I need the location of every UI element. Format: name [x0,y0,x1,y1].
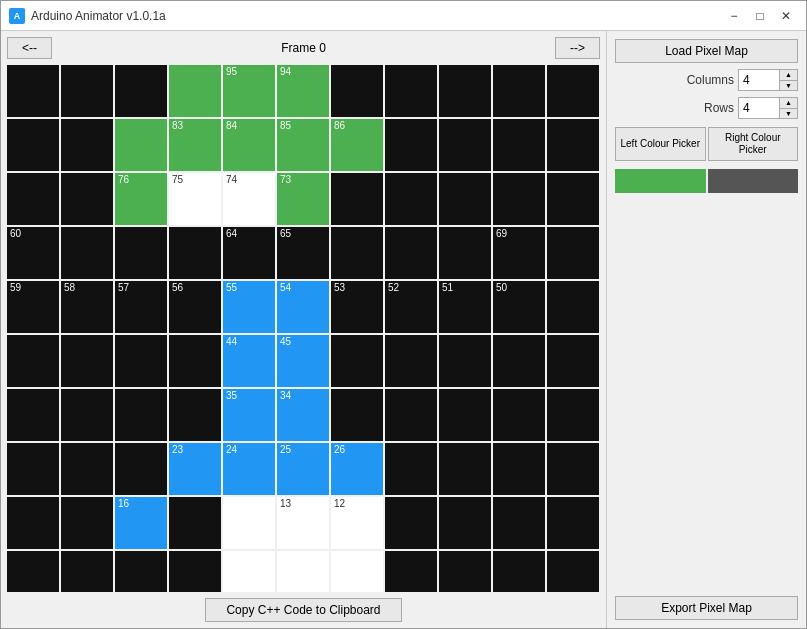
pixel-cell[interactable] [115,119,167,171]
pixel-cell[interactable]: 76 [115,173,167,225]
pixel-cell[interactable]: 54 [277,281,329,333]
pixel-cell[interactable] [385,119,437,171]
pixel-cell[interactable]: 56 [169,281,221,333]
columns-spinbox[interactable]: ▲ ▼ [738,69,798,91]
pixel-cell[interactable] [61,497,113,549]
pixel-cell[interactable]: 26 [331,443,383,495]
pixel-cell[interactable] [493,389,545,441]
pixel-cell[interactable] [277,551,329,592]
pixel-cell[interactable] [493,65,545,117]
close-button[interactable]: ✕ [774,6,798,26]
pixel-cell[interactable]: 85 [277,119,329,171]
pixel-cell[interactable] [7,497,59,549]
pixel-cell[interactable] [61,551,113,592]
pixel-cell[interactable]: 58 [61,281,113,333]
pixel-cell[interactable]: 51 [439,281,491,333]
pixel-cell[interactable]: 23 [169,443,221,495]
pixel-cell[interactable]: 73 [277,173,329,225]
pixel-cell[interactable] [331,173,383,225]
pixel-cell[interactable] [385,497,437,549]
pixel-cell[interactable] [385,335,437,387]
pixel-cell[interactable] [439,119,491,171]
pixel-cell[interactable] [7,443,59,495]
pixel-cell[interactable] [385,551,437,592]
pixel-cell[interactable]: 44 [223,335,275,387]
right-colour-swatch[interactable] [708,169,799,193]
pixel-cell[interactable] [7,551,59,592]
pixel-cell[interactable] [385,227,437,279]
pixel-cell[interactable] [115,227,167,279]
pixel-cell[interactable] [169,497,221,549]
pixel-cell[interactable] [493,335,545,387]
pixel-cell[interactable] [439,227,491,279]
next-frame-button[interactable]: --> [555,37,600,59]
columns-down-arrow[interactable]: ▼ [780,81,797,91]
rows-up-arrow[interactable]: ▲ [780,98,797,109]
pixel-cell[interactable] [169,65,221,117]
pixel-cell[interactable]: 12 [331,497,383,549]
pixel-cell[interactable] [61,335,113,387]
copy-cpp-button[interactable]: Copy C++ Code to Clipboard [205,598,401,622]
pixel-cell[interactable] [169,227,221,279]
pixel-cell[interactable] [547,173,599,225]
pixel-cell[interactable]: 35 [223,389,275,441]
columns-input[interactable] [739,70,779,90]
pixel-cell[interactable] [7,335,59,387]
pixel-cell[interactable] [61,65,113,117]
pixel-cell[interactable]: 83 [169,119,221,171]
pixel-cell[interactable]: 60 [7,227,59,279]
pixel-cell[interactable]: 25 [277,443,329,495]
left-colour-swatch[interactable] [615,169,706,193]
pixel-cell[interactable]: 45 [277,335,329,387]
pixel-cell[interactable] [223,497,275,549]
rows-down-arrow[interactable]: ▼ [780,109,797,119]
pixel-cell[interactable] [331,551,383,592]
pixel-cell[interactable] [169,335,221,387]
pixel-cell[interactable]: 13 [277,497,329,549]
pixel-cell[interactable]: 75 [169,173,221,225]
pixel-cell[interactable]: 55 [223,281,275,333]
pixel-cell[interactable] [61,119,113,171]
minimize-button[interactable]: − [722,6,746,26]
pixel-cell[interactable]: 34 [277,389,329,441]
pixel-cell[interactable] [385,443,437,495]
rows-spinbox[interactable]: ▲ ▼ [738,97,798,119]
pixel-cell[interactable] [331,389,383,441]
pixel-cell[interactable]: 52 [385,281,437,333]
pixel-cell[interactable] [439,389,491,441]
pixel-cell[interactable]: 59 [7,281,59,333]
pixel-cell[interactable] [439,443,491,495]
pixel-cell[interactable] [493,551,545,592]
maximize-button[interactable]: □ [748,6,772,26]
right-colour-picker-button[interactable]: Right Colour Picker [708,127,799,161]
pixel-cell[interactable] [547,335,599,387]
pixel-cell[interactable] [547,389,599,441]
pixel-cell[interactable]: 64 [223,227,275,279]
pixel-cell[interactable] [547,443,599,495]
pixel-cell[interactable]: 86 [331,119,383,171]
pixel-cell[interactable] [7,65,59,117]
pixel-cell[interactable] [115,443,167,495]
pixel-cell[interactable] [169,551,221,592]
pixel-cell[interactable] [547,119,599,171]
pixel-cell[interactable] [223,551,275,592]
pixel-cell[interactable] [115,551,167,592]
pixel-cell[interactable] [7,173,59,225]
pixel-cell[interactable] [547,227,599,279]
load-pixel-map-button[interactable]: Load Pixel Map [615,39,798,63]
pixel-cell[interactable] [439,551,491,592]
pixel-cell[interactable] [439,173,491,225]
export-pixel-map-button[interactable]: Export Pixel Map [615,596,798,620]
prev-frame-button[interactable]: <-- [7,37,52,59]
pixel-cell[interactable] [547,497,599,549]
pixel-cell[interactable]: 57 [115,281,167,333]
pixel-cell[interactable] [385,173,437,225]
pixel-cell[interactable] [61,227,113,279]
pixel-cell[interactable] [547,281,599,333]
pixel-cell[interactable]: 65 [277,227,329,279]
pixel-cell[interactable]: 74 [223,173,275,225]
pixel-cell[interactable] [61,173,113,225]
pixel-cell[interactable] [493,119,545,171]
pixel-cell[interactable] [493,443,545,495]
pixel-cell[interactable] [61,443,113,495]
